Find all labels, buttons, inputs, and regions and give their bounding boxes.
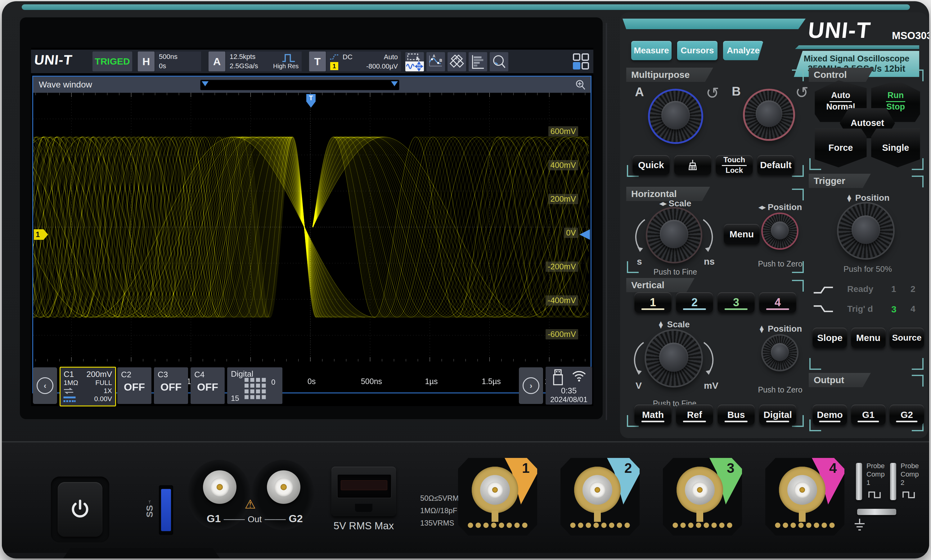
- touch-display[interactable]: UNI-T TRIGED H 500ns 0s A 12.5kpts 2.5GS…: [31, 48, 593, 406]
- demo-button[interactable]: Demo: [813, 405, 847, 425]
- ccw-arc-icon: [634, 341, 645, 378]
- horizontal-scale-knob[interactable]: [647, 208, 701, 262]
- channel3-button[interactable]: 3: [717, 292, 755, 313]
- measure-button[interactable]: Measure: [631, 41, 672, 60]
- logic-port-caption: 5V RMS Max: [331, 520, 396, 532]
- ch2-bnc[interactable]: [560, 458, 640, 535]
- ch4-bnc[interactable]: [765, 458, 845, 535]
- channel-bar-prev-button[interactable]: ‹: [33, 367, 57, 404]
- cursors-button[interactable]: Cursors: [677, 41, 717, 60]
- trigger-level-value: -800.00µV: [366, 62, 398, 71]
- digital-button[interactable]: Digital: [759, 405, 796, 425]
- trigger-level-marker-icon[interactable]: [579, 229, 590, 240]
- c3-state: OFF: [154, 381, 188, 393]
- ground-terminal[interactable]: [857, 509, 896, 515]
- multipurpose-knob-a[interactable]: [650, 91, 701, 142]
- horizontal-menu-button[interactable]: Menu: [724, 224, 760, 245]
- panel-accent-stripe-2: [795, 45, 919, 49]
- select-zone-tool[interactable]: [405, 52, 424, 62]
- trigger-level-knob[interactable]: [839, 203, 893, 258]
- histogram-tool[interactable]: [469, 52, 487, 71]
- channel4-box[interactable]: C4 OFF: [191, 367, 225, 404]
- vertical-position-knob[interactable]: [763, 336, 797, 370]
- vertical-scale-knob[interactable]: [646, 331, 701, 386]
- trig-position-caption: ◀▶Position: [837, 193, 899, 203]
- screen-logo: UNI-T: [33, 52, 94, 71]
- horizontal-position-knob[interactable]: [763, 214, 797, 248]
- probe-comp-1-terminal[interactable]: [856, 463, 862, 500]
- analyze-button[interactable]: Analyze: [723, 41, 763, 60]
- trigger-menu-button[interactable]: Menu: [851, 328, 886, 348]
- brush-clear-icon: [686, 159, 699, 171]
- waveform-plot[interactable]: [33, 93, 589, 391]
- wave-window-header[interactable]: Wave window: [33, 77, 591, 93]
- slope-button[interactable]: Slope: [813, 328, 847, 348]
- square-wave-icon: [902, 490, 915, 499]
- y-axis-label: 400mV: [548, 160, 578, 170]
- math-button[interactable]: Math: [634, 405, 672, 425]
- system-status-box[interactable]: 0:35 2024/08/01: [546, 367, 592, 405]
- touch-lock-button[interactable]: Touch Lock: [716, 155, 753, 175]
- probe-comp-2-terminal[interactable]: [890, 463, 896, 500]
- warning-icon: ⚠: [245, 497, 256, 511]
- digital-first-channel: 0: [271, 378, 275, 386]
- x-axis-label: 500ns: [350, 377, 393, 386]
- ch3-bnc[interactable]: [663, 458, 742, 535]
- trigd-label: Trig' d: [847, 304, 873, 314]
- trigger-menu-key[interactable]: T: [309, 51, 326, 71]
- edge-slope-icon: [329, 53, 339, 60]
- measure-rulers-tool[interactable]: [448, 52, 466, 71]
- corner-bracket: [792, 189, 804, 200]
- g1-button[interactable]: G1: [851, 405, 886, 425]
- g2-bnc-connector[interactable]: [267, 470, 300, 504]
- channel2-box[interactable]: C2 OFF: [117, 367, 151, 404]
- trigger-coupling-value: DC: [343, 53, 352, 61]
- bus-button[interactable]: Bus: [717, 405, 755, 425]
- acq-depth-value: 12.5kpts: [230, 53, 255, 61]
- acquire-readout[interactable]: 12.5kpts 2.5GSa/s High Res: [226, 51, 302, 71]
- usb-port[interactable]: [159, 485, 173, 535]
- acquire-menu-key[interactable]: A: [209, 51, 225, 71]
- cw-arc-icon: [702, 218, 713, 255]
- channel-bar-next-button[interactable]: ›: [519, 367, 543, 404]
- ch1-bnc[interactable]: [458, 458, 537, 535]
- multipurpose-knob-b[interactable]: [745, 91, 793, 139]
- y-axis-label: -200mV: [546, 262, 578, 272]
- trigger-readout[interactable]: DC Auto 1 -800.00µV: [326, 51, 401, 71]
- search-tool[interactable]: [490, 52, 508, 71]
- scrollbar-right-marker-icon[interactable]: [391, 81, 398, 86]
- window-zoom-icon[interactable]: [575, 79, 586, 90]
- horizontal-readout[interactable]: 500ns 0s: [155, 51, 201, 71]
- channel4-button[interactable]: 4: [759, 292, 796, 313]
- digital-box[interactable]: Digital 0 15: [227, 367, 282, 404]
- histogram-icon: [471, 54, 485, 69]
- wave-scrollbar[interactable]: [200, 80, 399, 90]
- channel2-button[interactable]: 2: [676, 292, 713, 313]
- wave-window[interactable]: Wave window T 1 600mV 400mV 200mV 0V -20…: [32, 76, 591, 393]
- clear-button[interactable]: [674, 155, 711, 175]
- channel3-box[interactable]: C3 OFF: [154, 367, 188, 404]
- default-button[interactable]: Default: [757, 155, 794, 175]
- h-push-fine-caption: Push to Fine: [647, 268, 703, 277]
- channel1-box[interactable]: C1 200mV 1MΩ FULL 1X 0.00V: [60, 367, 116, 406]
- trigger-source-chip: 1: [330, 62, 338, 70]
- horizontal-menu-key[interactable]: H: [138, 51, 155, 71]
- channel1-button[interactable]: 1: [634, 292, 672, 313]
- c4-label: C4: [194, 370, 205, 380]
- quick-button[interactable]: Quick: [632, 155, 670, 175]
- ref-button[interactable]: Ref: [676, 405, 713, 425]
- scrollbar-left-marker-icon[interactable]: [202, 81, 209, 86]
- rotate-ccw-icon: ↺: [795, 83, 809, 102]
- logic-probe-port[interactable]: [331, 467, 396, 516]
- indicator-4: 4: [911, 304, 916, 314]
- power-button[interactable]: [58, 482, 102, 537]
- waveform-move-tool[interactable]: [405, 62, 424, 71]
- display-layout-button[interactable]: [572, 53, 589, 70]
- trigger-status-badge: TRIGED: [92, 51, 132, 71]
- v-push-zero-caption: Push to Zero: [752, 385, 808, 394]
- g1-bnc-connector[interactable]: [203, 470, 237, 504]
- source-button[interactable]: Source: [889, 328, 924, 348]
- g2-button[interactable]: G2: [889, 405, 924, 425]
- v-scale-caption: ◀▶Scale: [647, 320, 700, 329]
- ab-waveform-tool[interactable]: AB: [426, 52, 445, 71]
